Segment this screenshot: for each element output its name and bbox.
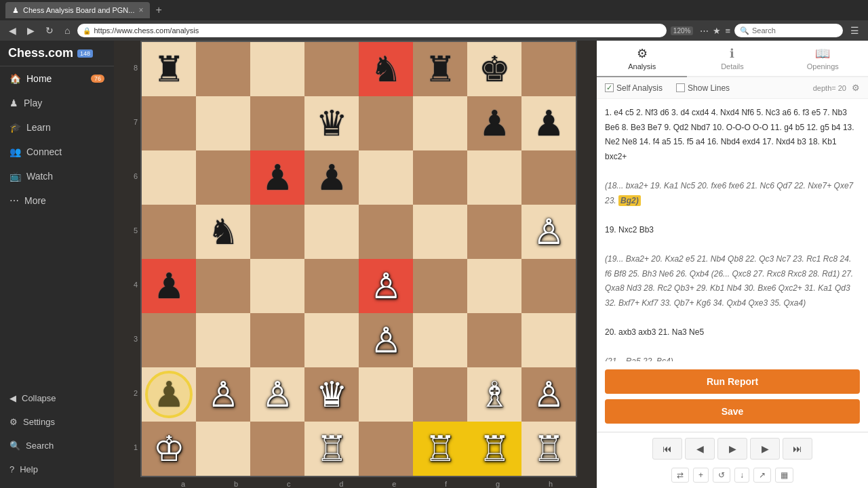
cell-d1[interactable]: ♖ [304, 422, 359, 476]
cell-f2[interactable] [413, 367, 467, 422]
cell-a1[interactable]: ♔ [142, 422, 196, 476]
sidebar-item-learn[interactable]: 🎓 Learn [0, 115, 114, 140]
self-analysis-checkbox[interactable]: ✓ [605, 83, 614, 92]
sidebar-item-watch[interactable]: 📺 Watch [0, 164, 114, 188]
cell-h7[interactable]: ♟ [521, 96, 576, 150]
cell-d6[interactable]: ♟ [304, 150, 359, 205]
cell-g7[interactable]: ♟ [467, 96, 521, 150]
cell-d7[interactable]: ♛ [304, 96, 359, 150]
active-tab[interactable]: ♟ Chess Analysis Board and PGN... × [5, 2, 150, 18]
cell-e5[interactable] [359, 205, 413, 259]
self-analysis-checkbox-label[interactable]: ✓ Self Analysis [605, 83, 663, 93]
cell-h1[interactable]: ♖ [521, 422, 576, 476]
cell-h2[interactable]: ♙ [521, 367, 576, 422]
sidebar-item-help[interactable]: ? Help [0, 458, 114, 481]
cell-e4[interactable]: ♙ [359, 259, 413, 313]
cell-g6[interactable] [467, 150, 521, 205]
tab-details[interactable]: ℹ Details [687, 41, 777, 77]
cell-h3[interactable] [521, 313, 576, 367]
cell-b7[interactable] [196, 96, 250, 150]
bookmark-icon[interactable]: ★ [713, 26, 721, 36]
cell-f3[interactable] [413, 313, 467, 367]
tab-analysis[interactable]: ⚙ Analysis [597, 41, 687, 77]
database-button[interactable]: ▦ [775, 468, 793, 483]
cell-a7[interactable] [142, 96, 196, 150]
cell-f4[interactable] [413, 259, 467, 313]
cell-g3[interactable] [467, 313, 521, 367]
cell-c3[interactable] [250, 313, 304, 367]
cell-h6[interactable] [521, 150, 576, 205]
show-lines-checkbox[interactable] [676, 83, 685, 92]
cell-e7[interactable] [359, 96, 413, 150]
cell-f5[interactable] [413, 205, 467, 259]
cell-d4[interactable] [304, 259, 359, 313]
sidebar-item-home[interactable]: 🏠 Home 76 [0, 66, 114, 91]
browser-search-box[interactable]: 🔍 Search [734, 24, 843, 37]
cell-b6[interactable] [196, 150, 250, 205]
cell-d2[interactable]: ♛ [304, 367, 359, 422]
cell-e3[interactable]: ♙ [359, 313, 413, 367]
next-move-button[interactable]: ▶ [750, 438, 780, 460]
add-variation-button[interactable]: + [693, 468, 709, 483]
tab-openings[interactable]: 📖 Openings [778, 41, 868, 77]
cell-c6[interactable]: ♟ [250, 150, 304, 205]
sidebar-item-more[interactable]: ⋯ More [0, 188, 114, 213]
prev-move-button[interactable]: ◀ [685, 438, 715, 460]
cell-b5[interactable]: ♞ [196, 205, 250, 259]
cell-b1[interactable] [196, 422, 250, 476]
reader-icon[interactable]: ≡ [725, 26, 730, 36]
cell-a2[interactable]: ♟ [142, 367, 196, 422]
cell-e8[interactable]: ♞ [359, 42, 413, 96]
run-report-button[interactable]: Run Report [605, 369, 860, 394]
cell-a6[interactable] [142, 150, 196, 205]
cell-c5[interactable] [250, 205, 304, 259]
cell-b8[interactable] [196, 42, 250, 96]
download-button[interactable]: ↓ [734, 468, 749, 483]
cell-c8[interactable] [250, 42, 304, 96]
menu-button[interactable]: ☰ [847, 24, 863, 37]
cell-b2[interactable]: ♙ [196, 367, 250, 422]
sidebar-item-play[interactable]: ♟ Play [0, 91, 114, 115]
cell-e1[interactable] [359, 422, 413, 476]
reset-button[interactable]: ↺ [713, 468, 730, 483]
cell-g8[interactable]: ♚ [467, 42, 521, 96]
sidebar-item-settings[interactable]: ⚙ Settings [0, 410, 114, 434]
cell-d8[interactable] [304, 42, 359, 96]
cell-f7[interactable] [413, 96, 467, 150]
cell-e6[interactable] [359, 150, 413, 205]
cell-a4[interactable]: ♟ [142, 259, 196, 313]
cell-c4[interactable] [250, 259, 304, 313]
new-tab-button[interactable]: + [155, 4, 161, 16]
sidebar-item-connect[interactable]: 👥 Connect [0, 140, 114, 164]
cell-c7[interactable] [250, 96, 304, 150]
sidebar-item-collapse[interactable]: ◀ Collapse [0, 386, 114, 410]
cell-f8[interactable]: ♜ [413, 42, 467, 96]
tab-close-button[interactable]: × [138, 5, 143, 15]
cell-f1[interactable]: ♖ [413, 422, 467, 476]
flip-board-button[interactable]: ⇄ [671, 468, 689, 483]
share-button[interactable]: ↗ [753, 468, 771, 483]
cell-d3[interactable] [304, 313, 359, 367]
save-button[interactable]: Save [605, 399, 860, 424]
cell-f6[interactable] [413, 150, 467, 205]
cell-b4[interactable] [196, 259, 250, 313]
back-button[interactable]: ◀ [5, 24, 20, 37]
reload-button[interactable]: ↻ [42, 24, 57, 37]
cell-d5[interactable] [304, 205, 359, 259]
home-button[interactable]: ⌂ [61, 24, 73, 37]
first-move-button[interactable]: ⏮ [652, 438, 682, 460]
url-bar[interactable]: 🔒 https://www.chess.com/analysis [77, 24, 666, 37]
extensions-icon[interactable]: ⋯ [700, 26, 709, 36]
cell-c2[interactable]: ♙ [250, 367, 304, 422]
sidebar-item-search[interactable]: 🔍 Search [0, 434, 114, 458]
cell-g2[interactable]: ♗ [467, 367, 521, 422]
panel-gear-icon[interactable]: ⚙ [852, 83, 860, 93]
cell-g1[interactable]: ♖ [467, 422, 521, 476]
cell-h5[interactable]: ♙ [521, 205, 576, 259]
cell-b3[interactable] [196, 313, 250, 367]
cell-a5[interactable] [142, 205, 196, 259]
cell-h8[interactable] [521, 42, 576, 96]
show-lines-checkbox-label[interactable]: Show Lines [676, 83, 730, 93]
cell-c1[interactable] [250, 422, 304, 476]
cell-e2[interactable] [359, 367, 413, 422]
